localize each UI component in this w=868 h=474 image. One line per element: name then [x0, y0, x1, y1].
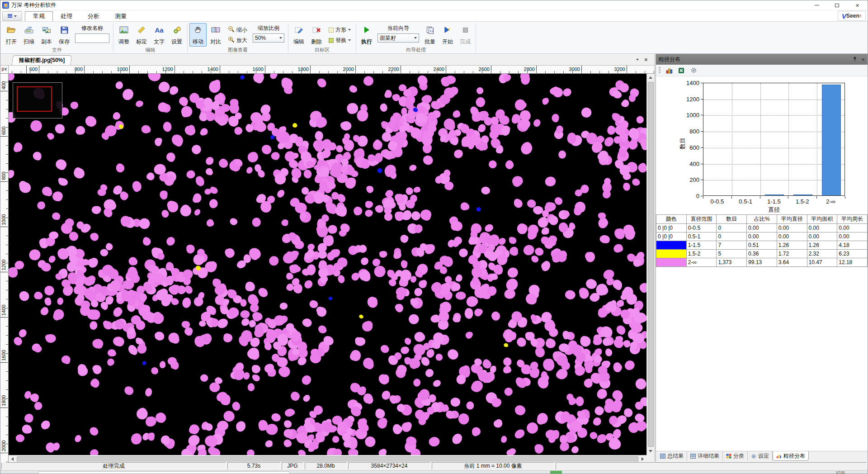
- tab-detailed-results[interactable]: 详细结果: [687, 451, 723, 461]
- copy-button[interactable]: 副本: [38, 23, 55, 47]
- navigator-overview[interactable]: [13, 82, 62, 118]
- move-tool-button[interactable]: 移动: [189, 23, 207, 47]
- tab-settings[interactable]: 设定: [748, 451, 773, 461]
- maximize-button[interactable]: [827, 0, 847, 10]
- tab-particle-distribution[interactable]: 粒径分布: [773, 451, 809, 461]
- color-swatch-cell: 0 |0 |0: [656, 232, 687, 241]
- group-label-wizard: 向导处理: [358, 47, 474, 53]
- horizontal-scroll-thumb[interactable]: [17, 456, 638, 462]
- ribbon-tab-measure[interactable]: 测量: [107, 11, 134, 21]
- minimize-button[interactable]: [807, 0, 827, 10]
- target-edit-button[interactable]: 编辑: [290, 23, 307, 47]
- chevron-down-icon: [414, 37, 417, 39]
- panel-header: 粒径分布 ×: [656, 54, 868, 65]
- zoom-out-button[interactable]: 缩小: [226, 26, 249, 34]
- export-excel-button[interactable]: [677, 66, 686, 75]
- close-button[interactable]: ×: [847, 0, 868, 10]
- table-header: 占比%: [747, 215, 777, 224]
- target-delete-button[interactable]: 删除: [308, 23, 325, 47]
- close-document-icon[interactable]: ×: [644, 57, 648, 63]
- start-button[interactable]: 开始: [439, 23, 456, 47]
- navigator-viewport-rect[interactable]: [17, 86, 52, 112]
- chart-y-tick: 800: [656, 128, 699, 135]
- chart-settings-button[interactable]: [689, 66, 698, 75]
- table-cell: 12.18: [837, 258, 868, 267]
- tab-list-dropdown-icon[interactable]: [636, 59, 639, 61]
- horizontal-ruler: 6008001000120014001600180020002200240026…: [9, 66, 654, 74]
- group-label-file: 文件: [3, 47, 111, 53]
- ribbon-tab-general[interactable]: 常规: [25, 11, 53, 21]
- grid-icon: [726, 454, 731, 459]
- square-shape-button[interactable]: 方形: [327, 26, 352, 34]
- app-menu-button[interactable]: [2, 11, 22, 21]
- open-button[interactable]: 打开: [3, 23, 20, 47]
- table-row[interactable]: 0 |0 |00-0.500.000.000.000.00: [656, 224, 868, 232]
- image-canvas[interactable]: [9, 74, 646, 455]
- group-edit: 调整 标定 Aa 文字 设置 编辑: [114, 22, 187, 53]
- text-button[interactable]: Aa 文字: [151, 23, 168, 47]
- table-cell: 1.26: [777, 241, 807, 250]
- table-cell: 1,373: [717, 258, 747, 267]
- table-cell: 0.00: [747, 232, 777, 241]
- taskbar-app-indicator[interactable]: [550, 471, 562, 474]
- vertical-scrollbar[interactable]: [646, 74, 654, 455]
- color-swatch-cell: [656, 258, 687, 267]
- scroll-up-button[interactable]: [647, 74, 655, 81]
- compare-button[interactable]: 对比: [207, 23, 224, 47]
- ruler-number: 1600: [253, 66, 265, 72]
- table-cell: 10.47: [807, 258, 837, 267]
- adjust-button[interactable]: 调整: [115, 23, 132, 47]
- tab-summary-results[interactable]: 总结果: [657, 451, 687, 461]
- table-row[interactable]: 1.5-250.361.722.326.23: [656, 250, 868, 258]
- replace-button[interactable]: 替换: [327, 36, 352, 45]
- batch-button[interactable]: 12 批量: [421, 23, 439, 47]
- table-cell: 0.00: [777, 224, 807, 232]
- distribution-chart: 数目 直径 02004006008001000120014000-0.50.5-…: [656, 76, 868, 214]
- distribution-table: 颜色直径范围数目占比%平均直径平均面积平均周长0 |0 |00-0.500.00…: [656, 214, 868, 267]
- calibrate-button[interactable]: 标定: [133, 23, 150, 47]
- edit-target-icon: [295, 25, 303, 34]
- table-cell: 4.18: [837, 241, 868, 250]
- status-message: 处理完成: [1, 462, 226, 469]
- chart-plot-area: [703, 83, 845, 196]
- zoom-out-icon: [228, 26, 235, 34]
- chart-x-tick: 0.5-1: [730, 198, 761, 205]
- zoom-in-button[interactable]: 放大: [226, 36, 249, 45]
- settings-button[interactable]: 设置: [168, 23, 185, 47]
- scroll-down-button[interactable]: [647, 447, 655, 455]
- vertical-scroll-thumb[interactable]: [648, 82, 654, 447]
- drag-handle[interactable]: [659, 67, 660, 74]
- ribbon-tab-analyze[interactable]: 分析: [80, 11, 107, 21]
- square-shape-icon: [329, 28, 334, 33]
- zoom-ratio-select[interactable]: 50%: [253, 33, 284, 43]
- finish-button[interactable]: 完成: [457, 23, 474, 47]
- tab-classification[interactable]: 分类: [723, 451, 748, 461]
- table-row[interactable]: 2-∞1,37399.133.6410.4712.18: [656, 258, 868, 267]
- save-button[interactable]: 保存: [56, 23, 73, 47]
- table-row[interactable]: 1-1.570.511.261.264.18: [656, 241, 868, 250]
- wizard-select[interactable]: 甜菜籽: [377, 33, 419, 43]
- pin-icon[interactable]: [852, 56, 858, 63]
- table-cell: 0.51: [747, 241, 777, 250]
- chart-type-button[interactable]: [665, 66, 674, 75]
- ruler-number: 1200: [162, 66, 175, 72]
- ruler-number: 800: [1, 172, 6, 181]
- rename-input[interactable]: [75, 33, 109, 43]
- taskbar-search-box[interactable]: [38, 471, 290, 474]
- ribbon-tab-process[interactable]: 处理: [53, 11, 80, 21]
- chart-y-tick: 600: [656, 144, 699, 151]
- chart-y-tick: 1400: [656, 80, 699, 86]
- table-cell: 1.5-2: [686, 250, 717, 258]
- table-row[interactable]: 0 |0 |00.5-100.000.000.000.00: [656, 232, 868, 241]
- scan-button[interactable]: 扫描: [20, 23, 38, 47]
- execute-button[interactable]: 执行: [358, 23, 375, 47]
- list-icon: [660, 454, 665, 459]
- table-cell: 0: [717, 224, 747, 232]
- delete-target-icon: [312, 25, 321, 34]
- chart-bar: [765, 194, 784, 195]
- table-cell: 2-∞: [686, 258, 717, 267]
- panel-close-icon[interactable]: ×: [861, 57, 865, 62]
- settings-gears-icon: [173, 25, 181, 34]
- document-tab[interactable]: 辣椒籽图.jpg[50%]: [12, 55, 72, 65]
- ruler-number: 1000: [117, 66, 129, 72]
